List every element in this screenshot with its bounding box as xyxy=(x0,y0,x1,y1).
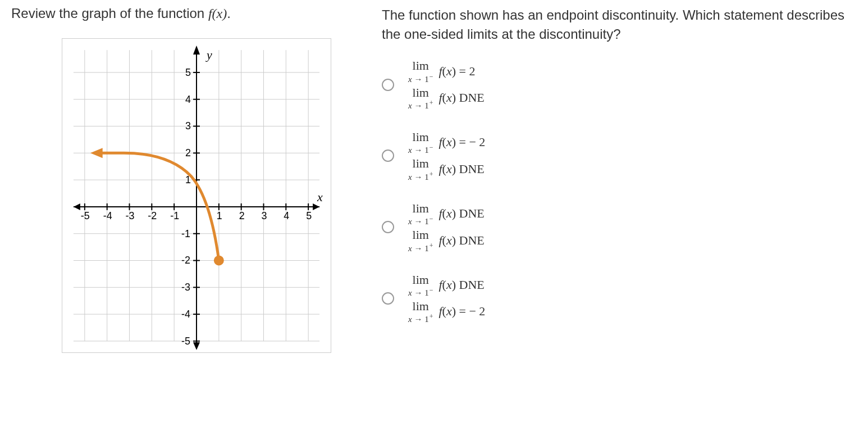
radio-d[interactable] xyxy=(382,292,394,305)
option-a[interactable]: limx → 1− f(x) = 2 limx → 1+ f(x) DNE xyxy=(382,57,857,112)
x-tick-n4: -4 xyxy=(103,210,112,221)
y-tick-n4: -4 xyxy=(181,309,190,320)
y-tick-n3: -3 xyxy=(181,282,190,293)
y-tick-n5: -5 xyxy=(181,336,190,347)
graph-svg: -5 -4 -3 -2 -1 1 2 3 4 5 5 4 3 2 1 -1 -2 xyxy=(62,39,331,352)
instruction-text: Review the graph of the function f(x). xyxy=(11,6,337,21)
x-tick-2: 2 xyxy=(239,210,245,221)
option-a-math: limx → 1− f(x) = 2 limx → 1+ f(x) DNE xyxy=(408,57,485,112)
radio-b[interactable] xyxy=(382,149,394,162)
option-b[interactable]: limx → 1− f(x) = − 2 limx → 1+ f(x) DNE xyxy=(382,129,857,183)
y-tick-2: 2 xyxy=(185,147,191,158)
instruction-post: . xyxy=(227,6,231,21)
x-tick-n1: -1 xyxy=(170,210,179,221)
instruction-pre: Review the graph of the function xyxy=(11,6,208,21)
radio-a[interactable] xyxy=(382,79,394,91)
svg-marker-25 xyxy=(193,342,200,350)
y-tick-4: 4 xyxy=(185,94,191,105)
svg-marker-23 xyxy=(74,203,80,210)
option-c[interactable]: limx → 1− f(x) DNE limx → 1+ f(x) DNE xyxy=(382,200,857,255)
option-d[interactable]: limx → 1− f(x) DNE limx → 1+ f(x) = − 2 xyxy=(382,271,857,326)
x-axis-label: x xyxy=(317,190,323,204)
y-tick-n1: -1 xyxy=(181,228,190,239)
radio-c[interactable] xyxy=(382,221,394,233)
endpoint-filled xyxy=(214,256,224,266)
y-axis-label: y xyxy=(205,48,212,62)
x-tick-n3: -3 xyxy=(126,210,135,221)
y-tick-3: 3 xyxy=(185,120,191,132)
x-tick-1: 1 xyxy=(217,210,222,221)
option-d-math: limx → 1− f(x) DNE limx → 1+ f(x) = − 2 xyxy=(408,271,485,326)
curve-arrow-left-icon xyxy=(90,148,103,158)
y-tick-5: 5 xyxy=(185,67,191,78)
x-tick-4: 4 xyxy=(284,210,289,221)
svg-marker-24 xyxy=(193,46,200,55)
x-tick-5: 5 xyxy=(306,210,312,221)
function-graph: -5 -4 -3 -2 -1 1 2 3 4 5 5 4 3 2 1 -1 -2 xyxy=(62,38,331,353)
x-tick-n2: -2 xyxy=(148,210,157,221)
option-c-math: limx → 1− f(x) DNE limx → 1+ f(x) DNE xyxy=(408,200,485,255)
x-tick-3: 3 xyxy=(262,210,267,221)
x-tick-n5: -5 xyxy=(81,210,90,221)
question-text: The function shown has an endpoint disco… xyxy=(382,6,857,43)
svg-marker-22 xyxy=(313,203,319,210)
instruction-fx: f(x) xyxy=(208,6,227,21)
option-b-math: limx → 1− f(x) = − 2 limx → 1+ f(x) DNE xyxy=(408,129,485,183)
options-list: limx → 1− f(x) = 2 limx → 1+ f(x) DNE li… xyxy=(382,57,857,325)
y-tick-n2: -2 xyxy=(181,255,190,266)
